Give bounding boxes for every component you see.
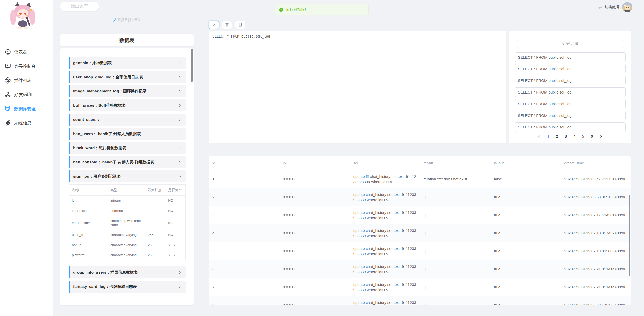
chevron-right-icon [178,118,182,122]
table-item-black-word[interactable]: black_word：惩罚机制数据表 [69,142,186,154]
history-title: 历史记录 [517,39,623,48]
user-avatar[interactable] [622,2,632,12]
schema-row: impression numeric NO [69,206,186,216]
sidebar-item-database[interactable]: 数据库管理 [0,102,53,116]
magic-wand-icon [113,18,117,22]
table-item-genshin[interactable]: genshin：原神数据表 [69,57,186,69]
check-circle-icon [279,8,283,12]
table-item-sign-log[interactable]: sign_log：用户签到记录表 [69,170,186,182]
history-item[interactable]: SELECT * FROM public.sql_log [515,87,626,97]
schema-col-type: 类型 [107,185,145,196]
sidebar-item-friends-groups[interactable]: 好友/群组 [0,87,53,102]
schema-col-nullable: 是否为空 [165,185,186,196]
schema-row: create_time timestamp with time zone NO [69,216,186,230]
table-row: 20.0.0.0update chat_history set text=911… [209,188,631,206]
editor-toolbar [209,21,245,29]
run-query-button[interactable] [209,21,219,29]
sidebar-item-label: 仪表盘 [14,49,27,55]
schema-row: bot_id character varying 255 YES [69,240,186,250]
history-item[interactable]: SELECT * FROM public.sql_log [515,76,626,85]
chevron-right-icon [178,271,182,274]
history-item[interactable]: SELECT * FROM public.sql_log [515,122,626,132]
notebook-icon [238,22,243,27]
clear-query-button[interactable] [222,21,232,29]
pagination-next-icon[interactable] [599,135,603,138]
play-icon [211,22,216,27]
sql-query-text: SELECT * FROM public.sql_log [212,34,503,38]
watermark: 风灵月影的魔法 [60,18,194,22]
sidebar-nav: 仪表盘 真寻控制台 插件列表 好友/群组 [0,45,53,130]
page-number[interactable]: 4 [573,134,575,138]
sign-log-schema-table: 名称 类型 最大长度 是否为空 id integer NO impression… [69,184,186,260]
results-table: id ip sql result is_suc create_time 10.0… [209,156,631,305]
tables-list-scrollbar[interactable] [191,49,193,82]
history-item[interactable]: SELECT * FROM public.sql_log [515,52,626,62]
chevron-right-icon [178,89,182,93]
schema-col-name: 名称 [69,185,107,196]
schema-header-row: 名称 类型 最大长度 是否为空 [69,185,186,196]
table-item-ban-console[interactable]: ban_console：.ban/b了 封禁人员/群组数据表 [69,156,186,168]
page-number[interactable]: 5 [582,134,584,138]
app-logo-avatar [8,2,38,32]
sidebar-item-dashboard[interactable]: 仪表盘 [0,45,53,59]
sidebar-item-label: 真寻控制台 [14,63,36,69]
sidebar-item-system-info[interactable]: 系统信息 [0,116,53,130]
chevron-right-icon [178,285,182,289]
tables-list: genshin：原神数据表 user_shop_gold_log：金币使用日志表… [60,48,194,305]
trash-icon [225,22,229,27]
database-icon [5,105,11,112]
switch-account-icon: ⇌ [598,5,602,10]
chevron-right-icon [178,75,182,79]
schema-row: platform character varying 255 YES [69,250,186,260]
sidebar-item-label: 好友/群组 [14,92,33,98]
results-col-ip: ip [279,156,349,170]
history-item[interactable]: SELECT * FROM public.sql_log [515,111,626,120]
watermark-text: 风灵月影的魔法 [118,18,141,22]
results-header-row: id ip sql result is_suc create_time [209,156,631,170]
sidebar: 仪表盘 真寻控制台 插件列表 好友/群组 [0,0,53,316]
table-item-fantasy-card-log[interactable]: fantasy_card_log：卡牌获取日志表 [69,281,186,293]
page-number[interactable]: 2 [556,134,558,138]
table-item-buff-prices[interactable]: buff_prices：Buff价格数据表 [69,99,186,111]
dashboard-icon [5,49,11,55]
table-row: 70.0.0.0update chat_history set text=911… [209,278,631,296]
results-col-is-suc: is_suc [490,156,560,170]
table-item-count-users[interactable]: count_users：- [69,114,186,126]
sql-editor[interactable]: SELECT * FROM public.sql_log [209,31,506,143]
sidebar-item-label: 系统信息 [14,120,31,126]
chevron-right-icon [178,61,182,65]
page-number[interactable]: 1 [547,134,549,138]
chevron-right-icon [178,132,182,136]
results-panel: id ip sql result is_suc create_time 10.0… [209,156,631,305]
account-switcher[interactable]: ⇌ 切换账号 [598,2,632,12]
sidebar-item-label: 插件列表 [14,78,31,83]
table-item-group-info-users[interactable]: group_info_users：群员信息数据表 [69,266,186,278]
table-row: 10.0.0.0update fff chat_history set text… [209,170,631,188]
switch-account-label: 切换账号 [604,5,620,10]
table-row: 40.0.0.0update chat_history set text=911… [209,224,631,242]
port-settings-button[interactable]: 端口设置 [60,2,99,11]
results-col-result: result [420,156,490,170]
results-scrollbar[interactable] [629,195,630,276]
success-toast: 执行成功啦! [275,4,369,15]
results-col-create-time: create_time [560,156,631,170]
sidebar-item-console[interactable]: 真寻控制台 [0,59,53,73]
page-number[interactable]: 3 [565,134,567,138]
page-number[interactable]: 6 [591,134,593,138]
toast-message: 执行成功啦! [286,7,306,12]
system-info-icon [5,120,11,126]
tables-panel-title: 数据表 [119,37,134,44]
schema-col-maxlen: 最大长度 [145,185,165,196]
schema-row: user_id character varying 255 NO [69,230,186,240]
schema-row: id integer NO [69,196,186,206]
copy-query-button[interactable] [235,21,245,29]
history-item[interactable]: SELECT * FROM public.sql_log [515,99,626,108]
pagination-prev-icon[interactable] [537,135,541,138]
table-item-image-management-log[interactable]: image_management_log：画廊操作记录 [69,85,186,97]
table-item-ban-users[interactable]: ban_users：.ban/b了 封禁人员数据表 [69,128,186,140]
history-item[interactable]: SELECT * FROM public.sql_log [515,64,626,73]
friends-groups-icon [5,91,11,98]
history-panel: 历史记录 SELECT * FROM public.sql_log SELECT… [509,31,631,143]
sidebar-item-plugins[interactable]: 插件列表 [0,73,53,87]
table-item-user-shop-gold-log[interactable]: user_shop_gold_log：金币使用日志表 [69,71,186,83]
